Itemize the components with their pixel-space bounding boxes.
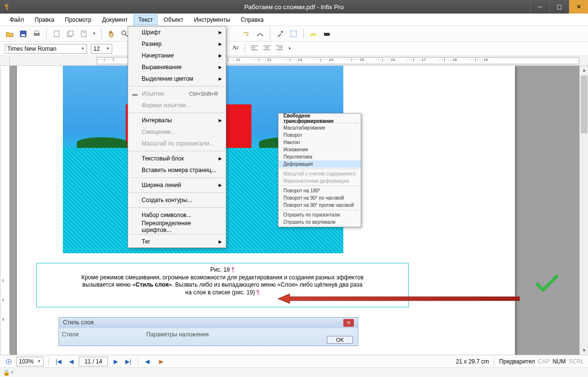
subscript-icon[interactable]: A2 [230,43,241,53]
menu-text[interactable]: Текст [133,14,158,25]
align-left-icon[interactable] [249,43,260,53]
copy-icon[interactable] [64,28,76,40]
ctx-rotate[interactable]: Поворот [279,131,361,139]
ruler-vertical[interactable]: 1 2 3 [0,66,10,355]
dialog-panel-styles: Стили [62,331,79,338]
ctx-distort[interactable]: Искажение [279,146,361,153]
window-title: Работаем со слоями.pdf - Infix Pro [244,3,344,11]
hand-tool-icon[interactable] [105,28,117,40]
zoom-combo[interactable]: 103%▼ [16,357,44,366]
back-nav-icon[interactable]: ◀· [143,357,153,366]
menu-view[interactable]: Просмотр [60,14,96,25]
dialog-close-icon[interactable]: ✕ [343,319,354,327]
page-icon[interactable] [51,28,62,40]
prev-page-icon[interactable]: ◀ [66,357,76,366]
ctx-free-transform[interactable]: Свободное трансформирование [279,115,361,122]
svg-rect-6 [69,31,73,36]
menu-item-spacing[interactable]: Интервалы▶ [128,115,226,126]
menu-item-charmap[interactable]: Набор символов... [128,209,226,221]
lock-icon: 🔒 [3,369,10,376]
menu-item-font[interactable]: Шрифт▶ [128,27,226,38]
close-button[interactable]: ✕ [569,0,588,14]
ctx-puppet: Марионеточная деформация [279,177,361,185]
font-size-combo[interactable]: 12▼ [91,44,112,54]
svg-rect-12 [291,31,296,37]
menu-edit[interactable]: Правка [30,14,59,25]
body-line-1: Кроме режимов смешивания, огромные возмо… [40,274,405,282]
menu-item-highlight[interactable]: Выделение цветом▶ [128,73,226,85]
scroll-up-icon[interactable]: ▲ [580,66,588,74]
svg-rect-4 [54,31,59,37]
align-center-icon[interactable] [262,43,272,53]
menu-item-align[interactable]: Выравнивание▶ [128,61,226,73]
statusbar-secondary: 🔒 ▼ [0,367,588,377]
ctx-content-scale: Масштаб с учетом содержимого [279,170,361,177]
ctx-rot90cw[interactable]: Поворот на 90° по часовой [279,194,361,202]
forward-nav-icon[interactable]: ·▶ [156,357,165,366]
menu-item-textblock[interactable]: Текстовый блок▶ [128,153,226,164]
page-dims: 21 x 29.7 cm [456,358,489,365]
menu-item-linewidth[interactable]: Ширина линий▶ [128,179,226,191]
menu-item-style[interactable]: Начертание▶ [128,50,226,61]
redact-icon[interactable] [321,28,333,40]
ctx-perspective[interactable]: Перспектива [279,153,361,160]
menu-file[interactable]: Файл [5,14,29,25]
menu-item-tag[interactable]: Тег▶ [128,236,226,247]
menu-item-redact-fmt: Формат изъятия... [128,100,226,111]
svg-point-26 [8,361,10,362]
page-value: 11 / 14 [85,358,103,365]
first-page-icon[interactable]: |◀ [54,357,63,366]
checkmark-icon [535,274,559,293]
ctx-warp[interactable]: Деформация [279,160,361,168]
ctx-rot180[interactable]: Поворот на 180° [279,187,361,194]
menu-object[interactable]: Объект [159,14,188,25]
curve-icon[interactable] [254,28,266,40]
next-page-icon[interactable]: ▶ [111,357,120,366]
maximize-button[interactable]: ▢ [549,0,569,14]
dialog-title: Стиль слоя [63,319,94,327]
svg-point-11 [281,31,283,33]
menu-item-offset: Смещение... [128,126,226,138]
doc-icon[interactable] [78,28,89,40]
select-rect-icon[interactable] [288,28,299,40]
toolbar-dropdown-icon[interactable]: ▼ [91,28,97,40]
menu-item-pagenum[interactable]: Вставить номера страниц... [128,164,226,176]
minimize-button[interactable]: ─ [530,0,549,14]
link-icon[interactable] [241,28,252,40]
ctx-rot90ccw[interactable]: Поворот на 90° против часовой [279,202,361,209]
align-right-icon[interactable] [274,43,285,53]
status-cap: CAP [538,358,550,365]
font-name-combo[interactable]: Times New Roman▼ [5,44,87,54]
page: Рис. 18 ¶ Кроме режимов смешивания, огро… [17,66,515,355]
svg-rect-13 [310,33,316,36]
save-icon[interactable] [17,28,29,40]
menu-help[interactable]: Справка [236,14,268,25]
menu-item-size[interactable]: Размер▶ [128,38,226,50]
menu-document[interactable]: Документ [97,14,132,25]
eyedropper-icon[interactable] [274,28,286,40]
print-icon[interactable] [31,28,43,40]
ctx-scale[interactable]: Масштабирование [279,124,361,131]
menu-item-outlines[interactable]: Создать контуры... [128,194,226,206]
dialog-ok-button[interactable]: OK [327,336,353,344]
scroll-thumb[interactable] [581,75,588,133]
align-dropdown-icon[interactable]: ▼ [287,43,293,55]
ctx-skew[interactable]: Наклон [279,139,361,146]
menu-item-fontremap[interactable]: Переопределение шрифтов... [128,221,226,232]
toolbar-main: ▼ [0,26,588,42]
last-page-icon[interactable]: ▶| [123,357,133,366]
open-icon[interactable] [4,28,15,40]
menu-tools[interactable]: Инструменты [189,14,235,25]
font-name-value: Times New Roman [7,45,57,52]
ctx-flipv[interactable]: Отразить по вертикали [279,218,361,226]
scrollbar-vertical[interactable]: ▲ ▼ [579,66,588,355]
ctx-fliph[interactable]: Отразить по горизонтали [279,211,361,218]
toolbar-font: Times New Roman▼ 12▼ A2 ▼ [0,42,588,56]
layer-style-dialog: Стиль слоя✕ Стили Параметры наложения OK [59,317,358,346]
scroll-down-icon[interactable]: ▼ [580,346,588,355]
ruler-horizontal: · · · | · · · 7· · · | · · · 8· · · | · … [0,56,588,66]
svg-point-9 [122,31,126,35]
highlight-icon[interactable] [308,28,319,40]
page-field[interactable]: 11 / 14 [79,357,108,366]
zoom-target-icon[interactable] [4,357,14,366]
